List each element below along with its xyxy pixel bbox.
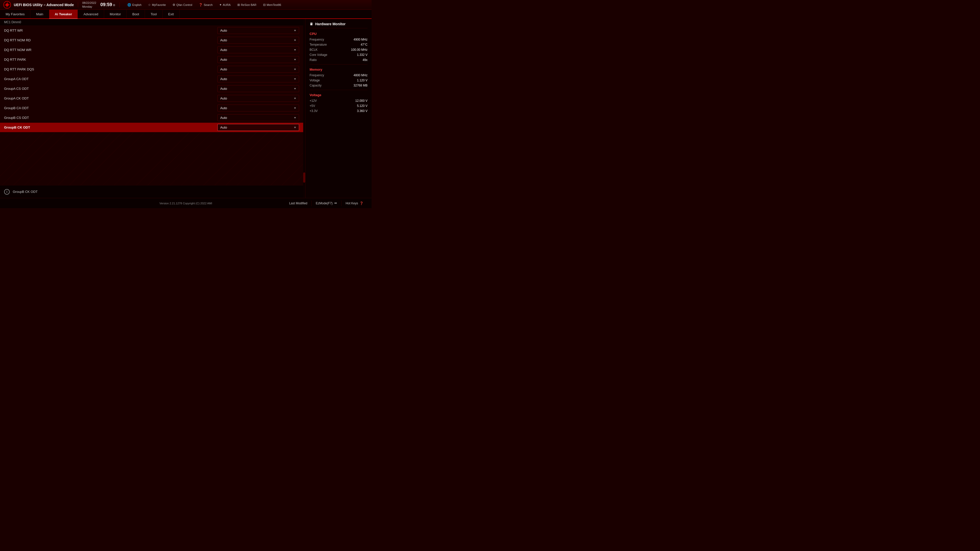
hw-row-mem-frequency: Frequency 4800 MHz — [310, 73, 368, 77]
scroll-track[interactable] — [303, 19, 305, 198]
tab-tool[interactable]: Tool — [145, 10, 162, 18]
chevron-down-icon: ▼ — [294, 116, 296, 119]
chevron-down-icon: ▼ — [294, 87, 296, 90]
chevron-down-icon: ▼ — [294, 29, 296, 32]
chevron-down-icon: ▼ — [294, 58, 296, 61]
hotkeys-button[interactable]: Hot Keys ❓ — [342, 200, 368, 206]
tool-search[interactable]: ❓ Search — [197, 3, 214, 7]
setting-control: Auto ▼ — [218, 76, 299, 83]
hw-value-mem-voltage: 1.120 V — [357, 79, 368, 82]
setting-row-dq-rtt-wr[interactable]: DQ RTT WR Auto ▼ — [0, 26, 303, 35]
setting-row-groupa-ck-odt[interactable]: GroupA CK ODT Auto ▼ — [0, 94, 303, 103]
chevron-down-icon: ▼ — [294, 126, 296, 129]
setting-row-groupb-cs-odt[interactable]: GroupB CS ODT Auto ▼ — [0, 113, 303, 123]
chevron-down-icon: ▼ — [294, 106, 296, 110]
dropdown-groupa-ck-odt[interactable]: Auto ▼ — [218, 95, 299, 102]
setting-row-groupb-ck-odt[interactable]: GroupB CK ODT Auto ▼ — [0, 123, 303, 132]
hw-value-bclk: 100.00 MHz — [351, 48, 368, 52]
setting-control: Auto ▼ — [218, 56, 299, 63]
setting-row-dq-rtt-nom-wr[interactable]: DQ RTT NOM WR Auto ▼ — [0, 45, 303, 55]
tool-resizebar-label: ReSize BAR — [241, 3, 256, 6]
setting-label: GroupA CA ODT — [4, 77, 218, 81]
setting-label: DQ RTT NOM WR — [4, 48, 218, 52]
setting-label: GroupB CS ODT — [4, 116, 218, 120]
hw-monitor-title: 🖥 Hardware Monitor — [310, 22, 368, 28]
dropdown-dq-rtt-park-dqs[interactable]: Auto ▼ — [218, 66, 299, 73]
dropdown-dq-rtt-nom-rd[interactable]: Auto ▼ — [218, 37, 299, 44]
setting-label: GroupA CS ODT — [4, 87, 218, 91]
setting-label: DQ RTT PARK — [4, 58, 218, 62]
tab-favorites[interactable]: My Favorites — [0, 10, 30, 18]
hw-row-mem-voltage: Voltage 1.120 V — [310, 79, 368, 82]
scroll-thumb[interactable] — [303, 172, 305, 183]
hw-label-12v: +12V — [310, 99, 317, 103]
header-divider-2 — [119, 2, 120, 7]
dropdown-dq-rtt-nom-wr[interactable]: Auto ▼ — [218, 46, 299, 53]
dropdown-groupb-ck-odt[interactable]: Auto ▼ — [218, 124, 299, 131]
ezmode-label: EzMode(F7) — [316, 202, 332, 205]
tool-qfan[interactable]: ⚙ Qfan Control — [171, 3, 194, 7]
arrow-right-icon: ⮕ — [334, 202, 337, 205]
setting-label: GroupA CK ODT — [4, 97, 218, 100]
setting-label: DQ RTT WR — [4, 29, 218, 32]
dropdown-groupa-ca-odt[interactable]: Auto ▼ — [218, 76, 299, 83]
hw-row-temperature: Temperature 47°C — [310, 43, 368, 46]
dropdown-dq-rtt-park[interactable]: Auto ▼ — [218, 56, 299, 63]
setting-control: Auto ▼ — [218, 66, 299, 73]
hw-memory-title: Memory — [310, 68, 368, 71]
setting-row-groupb-ca-odt[interactable]: GroupB CA ODT Auto ▼ — [0, 103, 303, 113]
setting-control: Auto ▼ — [218, 46, 299, 53]
last-modified-button[interactable]: Last Modified — [285, 200, 312, 206]
setting-row-dq-rtt-park[interactable]: DQ RTT PARK Auto ▼ — [0, 55, 303, 65]
setting-label: DQ RTT PARK DQS — [4, 67, 218, 71]
tool-english[interactable]: 🌐 English — [126, 3, 143, 7]
aura-icon: ✦ — [219, 3, 222, 6]
tool-myfavorite[interactable]: ☆ MyFavorite — [146, 3, 167, 7]
time-display: 09:59 ⚙ — [100, 2, 115, 8]
content-area[interactable]: MC1 Dimm0 DQ RTT WR Auto ▼ DQ RTT NOM RD… — [0, 19, 303, 185]
dropdown-dq-rtt-wr[interactable]: Auto ▼ — [218, 27, 299, 34]
footer: Version 2.21.1278 Copyright (C) 2022 AMI… — [0, 198, 372, 208]
tab-advanced[interactable]: Advanced — [78, 10, 104, 18]
tab-main[interactable]: Main — [30, 10, 49, 18]
setting-row-dq-rtt-park-dqs[interactable]: DQ RTT PARK DQS Auto ▼ — [0, 65, 303, 74]
hw-label-core-voltage: Core Voltage — [310, 53, 327, 57]
dropdown-groupb-ca-odt[interactable]: Auto ▼ — [218, 105, 299, 111]
setting-row-groupa-cs-odt[interactable]: GroupA CS ODT Auto ▼ — [0, 84, 303, 94]
footer-version: Version 2.21.1278 Copyright (C) 2022 AMI — [159, 202, 212, 205]
dropdown-groupb-cs-odt[interactable]: Auto ▼ — [218, 114, 299, 121]
bios-title: UEFI BIOS Utility – Advanced Mode — [14, 3, 74, 7]
chevron-down-icon: ▼ — [294, 97, 296, 100]
hw-label-3v3: +3.3V — [310, 109, 318, 113]
tab-exit[interactable]: Exit — [162, 10, 180, 18]
hw-row-frequency: Frequency 4900 MHz — [310, 38, 368, 41]
tab-monitor[interactable]: Monitor — [104, 10, 127, 18]
hardware-monitor-panel: 🖥 Hardware Monitor CPU Frequency 4900 MH… — [305, 19, 372, 198]
tab-boot[interactable]: Boot — [127, 10, 145, 18]
tool-aura[interactable]: ✦ AURA — [218, 3, 232, 7]
hw-cpu-title: CPU — [310, 32, 368, 36]
hw-label-5v: +5V — [310, 104, 315, 108]
hw-value-capacity: 32768 MB — [353, 84, 368, 87]
tool-resizebar[interactable]: ⊞ ReSize BAR — [236, 3, 258, 7]
tool-memtest[interactable]: ⊟ MemTest86 — [262, 3, 283, 7]
dropdown-groupa-cs-odt[interactable]: Auto ▼ — [218, 85, 299, 92]
tool-qfan-label: Qfan Control — [177, 3, 192, 6]
fan-icon: ⚙ — [172, 3, 175, 6]
chevron-down-icon: ▼ — [294, 48, 296, 51]
hw-label-capacity: Capacity — [310, 84, 321, 87]
setting-label: GroupB CK ODT — [4, 125, 218, 129]
setting-row-dq-rtt-nom-rd[interactable]: DQ RTT NOM RD Auto ▼ — [0, 35, 303, 45]
memtest-icon: ⊟ — [263, 3, 266, 6]
resize-icon: ⊞ — [237, 3, 240, 6]
hw-row-5v: +5V 5.120 V — [310, 104, 368, 108]
info-icon: i — [4, 189, 10, 195]
question-mark-icon: ❓ — [360, 202, 363, 205]
rog-logo-icon — [3, 1, 11, 9]
main-layout: MC1 Dimm0 DQ RTT WR Auto ▼ DQ RTT NOM RD… — [0, 19, 372, 198]
ezmode-button[interactable]: EzMode(F7) ⮕ — [312, 200, 342, 206]
hw-divider-2 — [310, 90, 368, 90]
setting-control: Auto ▼ — [218, 114, 299, 121]
tab-ai-tweaker[interactable]: Ai Tweaker — [49, 10, 78, 18]
setting-row-groupa-ca-odt[interactable]: GroupA CA ODT Auto ▼ — [0, 74, 303, 84]
